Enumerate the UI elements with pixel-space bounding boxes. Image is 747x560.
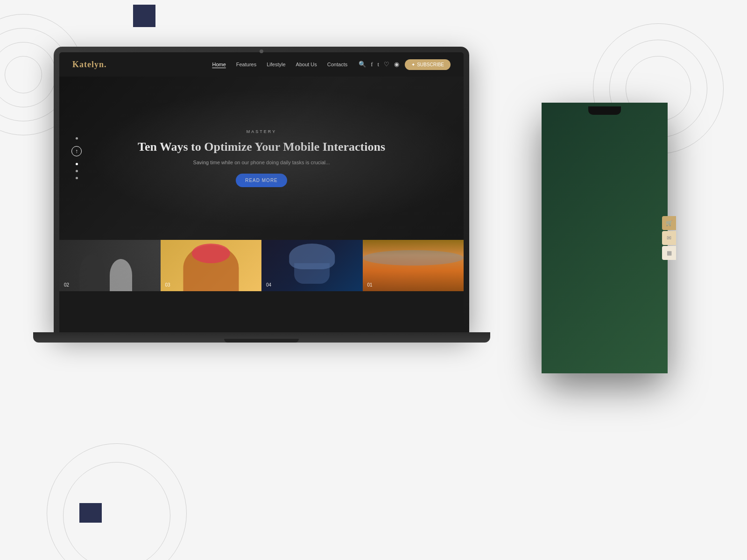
hero-background (59, 77, 464, 240)
slide-dot-active[interactable] (76, 163, 78, 165)
subscribe-label: SUBSCRIBE (417, 62, 444, 67)
subscribe-button[interactable]: ✦ SUBSCRIBE (405, 59, 451, 70)
slide-dot[interactable] (76, 137, 78, 140)
thumbnail-item-02[interactable]: 02 (59, 240, 161, 291)
phone-screen: Katelyn. ☰ 🔍 ✉ ↑ (546, 109, 663, 367)
nav-item-features[interactable]: Features (236, 62, 256, 67)
phone-mail-button[interactable]: ✉ (662, 231, 676, 245)
phone-notch (588, 106, 621, 115)
phone-body: Katelyn. ☰ 🔍 ✉ ↑ (542, 103, 668, 373)
laptop-mockup: Katelyn. Home Features Lifestyle About U… (54, 47, 469, 364)
thumbnail-item-03[interactable]: 03 (161, 240, 262, 291)
facebook-icon[interactable]: f (371, 61, 373, 68)
slide-dot[interactable] (76, 170, 78, 172)
site-logo: Katelyn. (72, 60, 107, 70)
phone-mockup: Katelyn. ☰ 🔍 ✉ ↑ (542, 103, 668, 373)
slide-prev-arrow[interactable]: ↑ (71, 146, 82, 156)
laptop-base (33, 332, 490, 343)
logo-text: Katelyn. (72, 60, 107, 69)
laptop-camera (260, 49, 263, 53)
slide-dot[interactable] (76, 177, 78, 179)
thumbnail-item-01[interactable]: 01 (363, 240, 464, 291)
laptop-screen: Katelyn. Home Features Lifestyle About U… (59, 52, 464, 332)
circle-decoration (5, 56, 42, 93)
circle-decoration (63, 462, 170, 560)
nav-item-lifestyle[interactable]: Lifestyle (267, 62, 285, 67)
dribbble-icon[interactable]: ◉ (394, 61, 399, 68)
nav-social-icons: 🔍 f t ♡ ◉ (359, 61, 399, 68)
circle-decoration (47, 443, 187, 560)
site-hero: ↑ MASTERY Ten Ways to Optimize Your Mobi… (59, 77, 464, 240)
instagram-icon[interactable]: ♡ (384, 61, 389, 68)
square-decoration (79, 503, 102, 523)
square-decoration (133, 5, 155, 27)
subscribe-star-icon: ✦ (411, 62, 415, 67)
circle-decoration (0, 42, 56, 107)
phone-side-actions: 🛒 ✉ ▦ (662, 216, 676, 260)
thumbnail-number: 03 (165, 282, 170, 287)
thumbnail-strip: 02 03 04 01 (59, 240, 464, 291)
nav-item-contacts[interactable]: Contacts (327, 62, 347, 67)
site-nav: Home Features Lifestyle About Us Contact… (212, 62, 347, 67)
site-navbar: Katelyn. Home Features Lifestyle About U… (59, 52, 464, 77)
phone-articles-section: Articles & Posts Welcome to My Personal … (546, 241, 663, 356)
phone-green-card (553, 317, 656, 350)
thumbnail-item-04[interactable]: 04 (261, 240, 363, 291)
laptop-body: Katelyn. Home Features Lifestyle About U… (54, 47, 469, 332)
nav-item-about[interactable]: About Us (296, 62, 317, 67)
phone-cart-button[interactable]: 🛒 (662, 216, 676, 230)
search-icon[interactable]: 🔍 (359, 61, 366, 68)
phone-layout-button[interactable]: ▦ (662, 246, 676, 260)
thumbnail-number: 01 (367, 282, 373, 287)
thumbnail-number: 02 (64, 282, 69, 287)
thumbnail-number: 04 (266, 282, 271, 287)
twitter-icon[interactable]: t (378, 61, 380, 68)
slide-dots: ↑ (71, 137, 82, 179)
nav-item-home[interactable]: Home (212, 62, 226, 67)
